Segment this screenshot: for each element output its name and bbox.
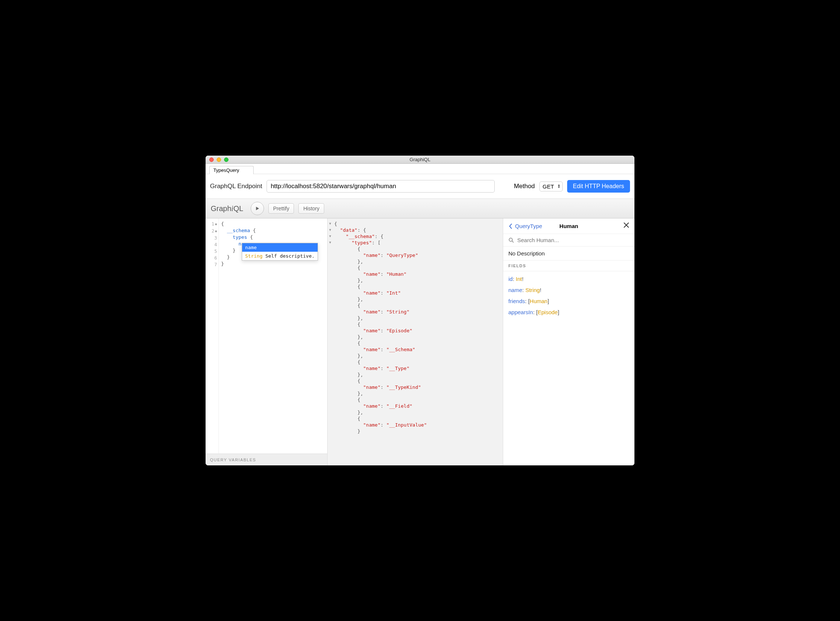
config-bar: TypesQuery GraphQL Endpoint Method GET ▲… bbox=[206, 164, 634, 199]
docs-field-row[interactable]: name: String! bbox=[508, 285, 629, 296]
endpoint-row: GraphQL Endpoint Method GET ▲▼ Edit HTTP… bbox=[206, 174, 634, 198]
result-fold-gutter: ▼▼▼▼ bbox=[328, 218, 333, 465]
titlebar: GraphiQL bbox=[206, 156, 634, 164]
docs-search-input[interactable] bbox=[517, 237, 629, 243]
docs-search-row bbox=[503, 234, 634, 247]
chevron-left-icon bbox=[508, 224, 513, 229]
autocomplete-popup[interactable]: name String Self descriptive. bbox=[242, 243, 318, 261]
edit-http-headers-button[interactable]: Edit HTTP Headers bbox=[567, 180, 630, 192]
method-select[interactable]: GET bbox=[540, 182, 563, 191]
docs-close-button[interactable] bbox=[623, 222, 629, 230]
docs-section-fields: FIELDS bbox=[503, 261, 634, 271]
docs-field-row[interactable]: id: Int! bbox=[508, 274, 629, 285]
docs-field-row[interactable]: friends: [Human] bbox=[508, 296, 629, 307]
autocomplete-item-info: String Self descriptive. bbox=[242, 252, 318, 260]
graphiql-toolbar: GraphiQL Prettify History bbox=[206, 199, 634, 218]
tab-row: TypesQuery bbox=[206, 164, 634, 174]
search-icon bbox=[508, 237, 514, 243]
result-pane: ▼▼▼▼ { "data": { "__schema": { "types": … bbox=[328, 218, 503, 465]
docs-description: No Description bbox=[503, 247, 634, 261]
docs-field-list: id: Int!name: String!friends: [Human]app… bbox=[503, 271, 634, 320]
execute-button[interactable] bbox=[251, 202, 264, 215]
docs-field-row[interactable]: appearsIn: [Episode] bbox=[508, 307, 629, 318]
window-title: GraphiQL bbox=[206, 157, 634, 162]
history-button[interactable]: History bbox=[299, 203, 324, 214]
result-json[interactable]: { "data": { "__schema": { "types": [ { "… bbox=[333, 218, 503, 465]
endpoint-label: GraphQL Endpoint bbox=[210, 183, 262, 190]
content-area: 1▼ 2▼ 3 4 5 6 7 { __schema { types { nam… bbox=[206, 218, 634, 465]
svg-point-0 bbox=[509, 238, 512, 241]
tab-typesquery[interactable]: TypesQuery bbox=[209, 166, 254, 174]
method-label: Method bbox=[514, 183, 535, 190]
close-icon bbox=[623, 222, 629, 228]
query-editor[interactable]: 1▼ 2▼ 3 4 5 6 7 { __schema { types { nam… bbox=[206, 218, 327, 454]
svg-line-1 bbox=[512, 241, 514, 242]
endpoint-input[interactable] bbox=[267, 180, 495, 192]
app-window: GraphiQL TypesQuery GraphQL Endpoint Met… bbox=[206, 156, 634, 465]
graphiql-logo: GraphiQL bbox=[211, 204, 243, 213]
autocomplete-item-selected[interactable]: name bbox=[242, 243, 318, 252]
docs-pane: QueryType Human No Description FIELDS id… bbox=[503, 218, 634, 465]
docs-back-button[interactable]: QueryType bbox=[508, 223, 542, 229]
play-icon bbox=[255, 206, 260, 211]
query-editor-pane: 1▼ 2▼ 3 4 5 6 7 { __schema { types { nam… bbox=[206, 218, 328, 465]
docs-header: QueryType Human bbox=[503, 218, 634, 234]
line-gutter: 1▼ 2▼ 3 4 5 6 7 bbox=[206, 218, 219, 454]
query-variables-bar[interactable]: Query Variables bbox=[206, 454, 327, 465]
prettify-button[interactable]: Prettify bbox=[268, 203, 294, 214]
